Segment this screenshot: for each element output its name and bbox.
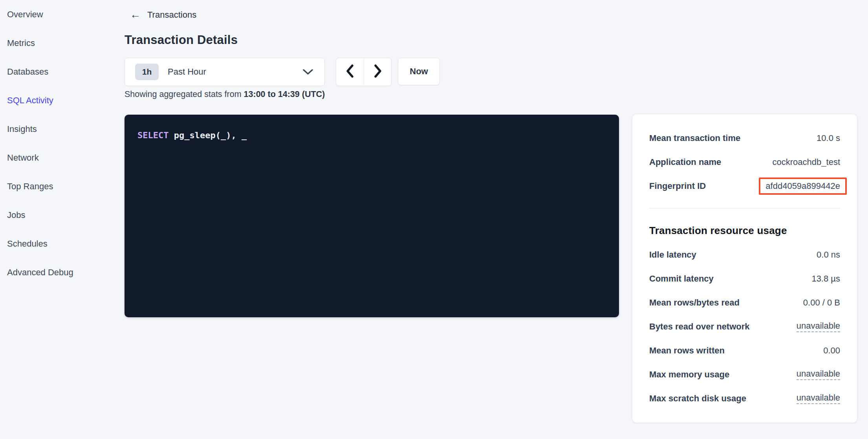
sidebar-item[interactable]: Advanced Debug xyxy=(0,258,118,287)
chevron-right-icon xyxy=(374,64,382,79)
sidebar-item-label: SQL Activity xyxy=(7,95,53,106)
sidebar-item-label: Network xyxy=(7,153,39,163)
sidebar-item-label: Advanced Debug xyxy=(7,267,73,278)
sidebar-item[interactable]: Jobs xyxy=(0,201,118,229)
detail-value: 0.0 ns xyxy=(817,250,840,260)
breadcrumb-back-link[interactable]: ← Transactions xyxy=(130,9,196,20)
stats-range: 13:00 to 14:39 (UTC) xyxy=(244,90,325,99)
resource-rows: Idle latency 0.0 ns Commit latency 13.8 … xyxy=(649,243,840,410)
sidebar-item-label: Insights xyxy=(7,124,37,134)
sidebar: Overview Metrics Databases SQL Activity … xyxy=(0,0,118,287)
detail-row: Idle latency 0.0 ns xyxy=(649,243,840,267)
detail-value: unavailable xyxy=(797,393,840,404)
detail-label: Mean rows/bytes read xyxy=(649,298,740,308)
detail-value: 10.0 s xyxy=(817,133,840,143)
sidebar-item[interactable]: Metrics xyxy=(0,29,118,57)
sidebar-item[interactable]: Databases xyxy=(0,57,118,86)
detail-value: unavailable xyxy=(797,321,840,332)
sidebar-item-label: Jobs xyxy=(7,210,25,220)
sidebar-item-label: Overview xyxy=(7,9,43,20)
detail-row: Max memory usage unavailable xyxy=(649,362,840,386)
prev-time-button[interactable] xyxy=(336,58,364,85)
sidebar-item-label: Databases xyxy=(7,67,48,77)
sidebar-item-label: Metrics xyxy=(7,38,35,48)
detail-row: Max scratch disk usage unavailable xyxy=(649,386,840,410)
detail-row: Mean transaction time 10.0 s xyxy=(649,126,840,150)
detail-label: Commit latency xyxy=(649,274,714,284)
detail-label: Idle latency xyxy=(649,250,696,260)
sidebar-item[interactable]: Schedules xyxy=(0,229,118,258)
detail-row: Mean rows written 0.00 xyxy=(649,338,840,362)
back-arrow-icon: ← xyxy=(130,9,141,20)
sidebar-item[interactable]: Network xyxy=(0,143,118,172)
summary-rows: Mean transaction time 10.0 s Application… xyxy=(649,126,840,198)
sql-statement-text: pg_sleep(_), _ xyxy=(168,130,247,140)
resource-usage-heading: Transaction resource usage xyxy=(649,218,840,243)
detail-label: Mean rows written xyxy=(649,346,725,356)
sidebar-item-label: Top Ranges xyxy=(7,181,53,192)
detail-value: cockroachdb_test xyxy=(773,157,840,167)
detail-row: Application name cockroachdb_test xyxy=(649,150,840,174)
time-range-label: Past Hour xyxy=(168,67,206,77)
detail-row: Mean rows/bytes read 0.00 / 0 B xyxy=(649,291,840,315)
detail-row: Commit latency 13.8 µs xyxy=(649,267,840,291)
detail-label: Application name xyxy=(649,157,721,167)
page-title: Transaction Details xyxy=(125,33,238,47)
sidebar-item[interactable]: Insights xyxy=(0,115,118,143)
detail-label: Max memory usage xyxy=(649,369,729,380)
detail-value: unavailable xyxy=(797,369,840,380)
now-button[interactable]: Now xyxy=(398,58,440,85)
time-range-dropdown[interactable]: 1h Past Hour xyxy=(125,58,325,86)
sidebar-item[interactable]: SQL Activity xyxy=(0,86,118,115)
transaction-details-card: Mean transaction time 10.0 s Application… xyxy=(632,114,857,423)
sql-keyword: SELECT xyxy=(137,130,168,140)
stats-prefix: Showing aggregated stats from xyxy=(125,90,244,99)
detail-value: afdd4059a899442e xyxy=(759,177,847,195)
detail-row: Fingerprint ID afdd4059a899442e xyxy=(649,174,840,198)
detail-value: 0.00 xyxy=(823,346,840,356)
next-time-button[interactable] xyxy=(364,58,391,85)
chevron-down-icon xyxy=(303,69,313,75)
detail-label: Bytes read over network xyxy=(649,322,750,332)
sidebar-item-label: Schedules xyxy=(7,239,48,249)
breadcrumb-label: Transactions xyxy=(147,10,196,20)
card-divider xyxy=(649,208,840,209)
detail-value: 13.8 µs xyxy=(811,274,840,284)
detail-row: Bytes read over network unavailable xyxy=(649,315,840,338)
detail-label: Max scratch disk usage xyxy=(649,393,746,404)
detail-value: 0.00 / 0 B xyxy=(803,298,840,308)
sidebar-item[interactable]: Overview xyxy=(0,0,118,29)
sql-statement-box: SELECT pg_sleep(_), _ xyxy=(125,115,619,317)
aggregated-stats-line: Showing aggregated stats from 13:00 to 1… xyxy=(125,90,325,99)
detail-label: Fingerprint ID xyxy=(649,181,706,191)
chevron-left-icon xyxy=(346,64,354,79)
time-nav-button-group xyxy=(336,58,392,86)
sidebar-item[interactable]: Top Ranges xyxy=(0,172,118,201)
time-range-badge: 1h xyxy=(135,64,159,80)
detail-label: Mean transaction time xyxy=(649,133,740,143)
